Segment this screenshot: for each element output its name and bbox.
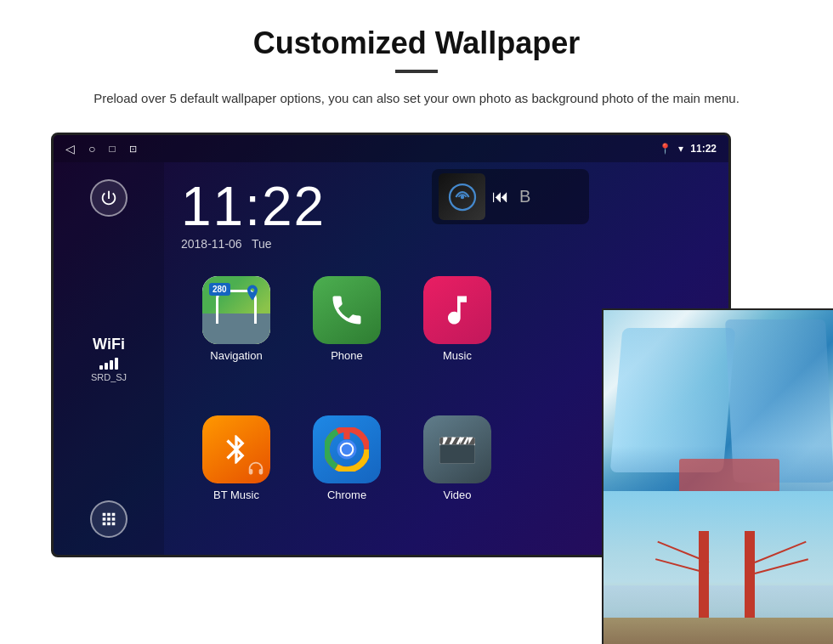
wifi-icon: ▾ <box>678 143 683 155</box>
page-description: Preload over 5 default wallpaper options… <box>85 88 748 109</box>
screenshot-icon[interactable]: ⊡ <box>129 144 137 155</box>
svg-point-22 <box>460 195 464 199</box>
app-chrome[interactable]: Chrome <box>300 415 394 538</box>
status-left: ◁ ○ □ ⊡ <box>65 142 137 155</box>
phone-label: Phone <box>331 349 363 362</box>
location-icon: 📍 <box>659 143 672 155</box>
wallpaper-ice-thumb[interactable] <box>604 310 833 491</box>
top-music-area: ⏮ B <box>432 169 589 224</box>
bt-music-icon <box>202 415 270 483</box>
app-video[interactable]: Video <box>411 415 504 538</box>
status-bar: ◁ ○ □ ⊡ 📍 ▾ 11:22 <box>54 135 728 162</box>
page-wrapper: Customized Wallpaper Preload over 5 defa… <box>0 0 833 574</box>
clock-display: 11:22 <box>690 143 717 155</box>
wifi-block: WiFi SRD_SJ <box>91 336 127 382</box>
app-phone[interactable]: Phone <box>300 276 394 398</box>
title-underline <box>395 70 438 73</box>
wifi-bars <box>91 356 127 370</box>
chrome-icon <box>313 415 381 483</box>
next-track-icon[interactable]: B <box>519 187 530 206</box>
app-music[interactable]: Music <box>411 276 504 398</box>
app-navigation[interactable]: 280 Navigation <box>190 276 283 398</box>
wifi-label: WiFi <box>91 336 127 353</box>
device-container: ◁ ○ □ ⊡ 📍 ▾ 11:22 <box>51 133 782 557</box>
status-right: 📍 ▾ 11:22 <box>659 143 717 155</box>
video-label: Video <box>443 489 471 501</box>
prev-track-icon[interactable]: ⏮ <box>492 187 509 206</box>
clock-date: 2018-11-06 Tue <box>181 237 711 251</box>
video-icon <box>423 415 491 483</box>
navigation-icon: 280 <box>202 276 270 344</box>
apps-button[interactable] <box>90 500 128 538</box>
svg-rect-16 <box>439 444 475 464</box>
recents-icon[interactable]: □ <box>109 143 115 155</box>
phone-icon <box>313 276 381 344</box>
svg-point-5 <box>342 444 352 455</box>
chrome-label: Chrome <box>327 489 366 501</box>
wallpaper-bridge-thumb[interactable]: CarSetting <box>604 491 833 644</box>
left-sidebar: WiFi SRD_SJ <box>54 162 164 555</box>
power-button[interactable] <box>90 179 128 217</box>
wifi-name: SRD_SJ <box>91 372 127 382</box>
wallpaper-thumbnails: CarSetting <box>602 308 833 644</box>
back-icon[interactable]: ◁ <box>65 142 75 155</box>
bt-music-label: BT Music <box>213 489 259 501</box>
home-icon[interactable]: ○ <box>88 142 95 155</box>
navigation-label: Navigation <box>210 349 262 362</box>
page-title: Customized Wallpaper <box>51 25 782 61</box>
app-bt-music[interactable]: BT Music <box>190 415 283 538</box>
music-icon <box>423 276 491 344</box>
music-label: Music <box>443 349 472 362</box>
